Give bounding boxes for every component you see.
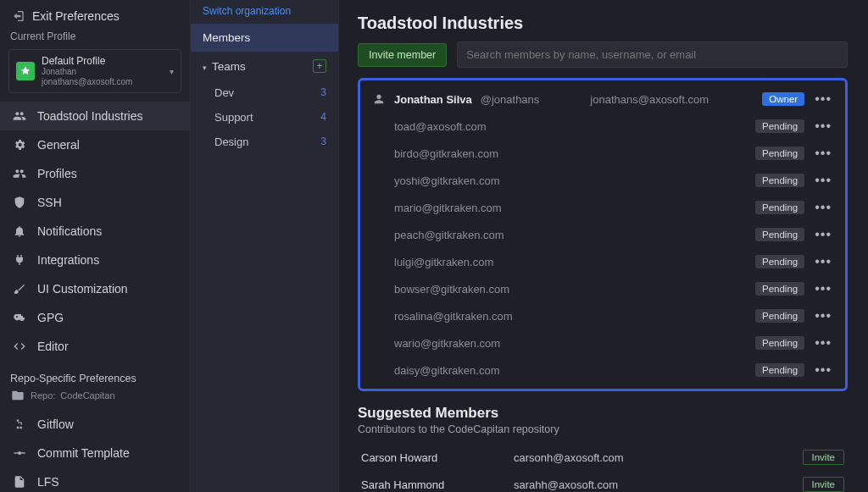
nav-item-gpg[interactable]: GPG	[0, 303, 190, 332]
member-actions-icon[interactable]: •••	[813, 281, 833, 296]
nav-item-ssh[interactable]: SSH	[0, 188, 190, 217]
middle-column: Switch organization Members ▾Teams + Dev…	[191, 0, 339, 492]
gear-icon	[12, 137, 27, 152]
pending-badge: Pending	[755, 174, 804, 187]
folder-icon	[10, 388, 25, 403]
exit-preferences[interactable]: Exit Preferences	[0, 5, 190, 29]
member-actions-icon[interactable]: •••	[813, 308, 833, 323]
nav-item-editor[interactable]: Editor	[0, 332, 190, 361]
pending-badge: Pending	[755, 228, 804, 241]
suggested-members-title: Suggested Members	[358, 391, 848, 423]
main-panel: Toadstool Industries Invite member Jonat…	[339, 0, 868, 492]
member-email: daisy@gitkraken.com	[394, 364, 499, 377]
teams-section[interactable]: ▾Teams +	[191, 52, 338, 80]
nav-item-commit-template[interactable]: Commit Template	[0, 439, 190, 467]
nav-item-ui-customization[interactable]: UI Customization	[0, 274, 190, 303]
member-row: yoshi@gitkraken.comPending•••	[369, 167, 837, 194]
nav-item-lfs[interactable]: LFS	[0, 467, 190, 492]
nav-label: Gitflow	[37, 417, 74, 431]
flow-icon	[12, 417, 27, 432]
file-icon	[12, 474, 27, 489]
current-profile-header: Current Profile	[0, 29, 190, 46]
profile-title: Default Profile	[42, 55, 132, 67]
profile-selector[interactable]: Default Profile Jonathan jonathans@axoso…	[8, 49, 181, 93]
switch-organization-link[interactable]: Switch organization	[191, 0, 338, 24]
member-email: yoshi@gitkraken.com	[394, 174, 499, 187]
pending-badge: Pending	[755, 255, 804, 268]
owner-badge: Owner	[762, 92, 804, 106]
team-count: 4	[320, 111, 326, 124]
member-email: bowser@gitkraken.com	[394, 283, 509, 296]
member-actions-icon[interactable]: •••	[813, 254, 833, 269]
code-icon	[12, 339, 27, 354]
suggested-invite-button[interactable]: Invite	[803, 477, 845, 492]
member-row: wario@gitkraken.comPending•••	[369, 329, 837, 357]
org-icon	[12, 108, 27, 124]
member-actions-icon[interactable]: •••	[813, 119, 833, 134]
repo-section-title: Repo-Specific Preferences	[0, 361, 190, 386]
member-search-input[interactable]	[457, 41, 848, 68]
team-count: 3	[320, 135, 326, 148]
team-name: Dev	[214, 86, 234, 99]
team-count: 3	[320, 86, 326, 99]
members-list: Jonathan Silva @jonathans jonathans@axos…	[358, 78, 848, 391]
member-actions-icon[interactable]: •••	[813, 335, 833, 351]
member-row: peach@gitkraken.comPending•••	[369, 221, 837, 248]
plug-icon	[12, 252, 27, 268]
exit-icon	[10, 8, 25, 24]
pending-badge: Pending	[755, 201, 804, 214]
member-row-owner: Jonathan Silva @jonathans jonathans@axos…	[369, 86, 837, 113]
member-actions-icon[interactable]: •••	[813, 146, 833, 161]
member-row: luigi@gitkraken.comPending•••	[369, 248, 837, 275]
member-email: rosalina@gitkraken.com	[394, 310, 513, 323]
invite-member-button[interactable]: Invite member	[358, 43, 447, 67]
nav-label: Commit Template	[37, 446, 130, 460]
suggested-row: Carson Howardcarsonh@axosoft.comInvite	[358, 444, 848, 471]
add-team-button[interactable]: +	[313, 59, 326, 73]
suggested-invite-button[interactable]: Invite	[803, 450, 845, 465]
member-email: wario@gitkraken.com	[394, 337, 500, 350]
nav-label: Toadstool Industries	[37, 109, 143, 123]
member-actions-icon[interactable]: •••	[813, 173, 833, 188]
member-actions-icon[interactable]: •••	[813, 362, 833, 378]
team-item-dev[interactable]: Dev3	[191, 80, 338, 105]
pending-badge: Pending	[755, 336, 804, 350]
member-actions-icon[interactable]: •••	[813, 200, 833, 215]
member-actions-icon[interactable]: •••	[813, 91, 833, 107]
nav-item-toadstool-industries[interactable]: Toadstool Industries	[0, 102, 190, 130]
team-item-support[interactable]: Support4	[191, 105, 338, 130]
suggested-name: Sarah Hammond	[361, 478, 514, 491]
commit-icon	[12, 445, 27, 461]
member-row: mario@gitkraken.comPending•••	[369, 194, 837, 221]
nav-label: Editor	[37, 340, 69, 353]
pending-badge: Pending	[755, 309, 804, 323]
nav-repo: GitflowCommit TemplateLFS	[0, 410, 190, 492]
member-actions-icon[interactable]: •••	[813, 227, 833, 242]
nav-label: Notifications	[37, 224, 102, 238]
svg-point-0	[18, 451, 21, 455]
member-name: Jonathan Silva	[394, 93, 472, 106]
pending-badge: Pending	[755, 146, 804, 160]
member-email: birdo@gitkraken.com	[394, 147, 498, 160]
repo-line: Repo: CodeCapitan	[0, 386, 190, 410]
nav-item-gitflow[interactable]: Gitflow	[0, 410, 190, 439]
member-email: mario@gitkraken.com	[394, 202, 502, 214]
key-icon	[12, 310, 27, 325]
nav-item-notifications[interactable]: Notifications	[0, 217, 190, 246]
repo-name: CodeCapitan	[60, 390, 114, 401]
members-tab[interactable]: Members	[191, 24, 338, 52]
pending-badge: Pending	[755, 282, 804, 296]
nav-item-general[interactable]: General	[0, 130, 190, 159]
member-row: bowser@gitkraken.comPending•••	[369, 275, 837, 302]
member-row: birdo@gitkraken.comPending•••	[369, 140, 837, 167]
nav-item-integrations[interactable]: Integrations	[0, 246, 190, 274]
nav-label: LFS	[37, 475, 59, 489]
suggested-email: sarahh@axosoft.com	[514, 478, 803, 491]
team-item-design[interactable]: Design3	[191, 130, 338, 154]
bell-icon	[12, 224, 27, 239]
member-email: jonathans@axosoft.com	[590, 93, 709, 106]
nav-item-profiles[interactable]: Profiles	[0, 159, 190, 188]
member-email: luigi@gitkraken.com	[394, 256, 493, 268]
profile-name: Jonathan	[42, 67, 132, 77]
nav-label: SSH	[37, 196, 62, 209]
